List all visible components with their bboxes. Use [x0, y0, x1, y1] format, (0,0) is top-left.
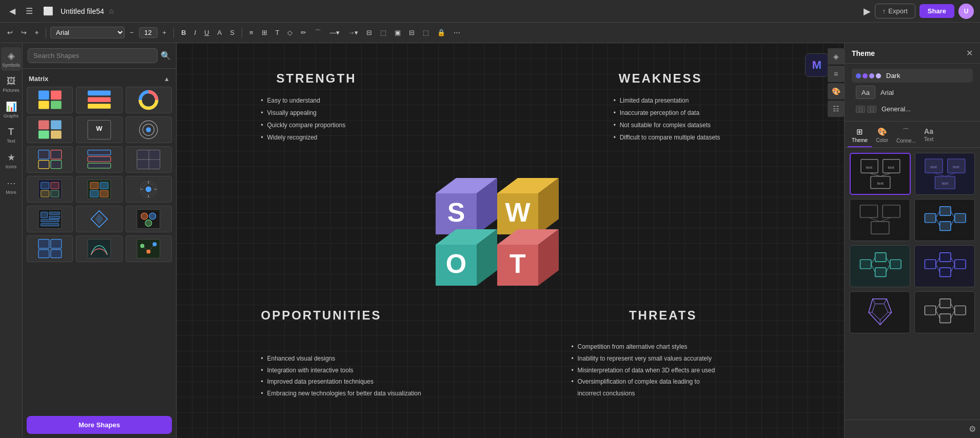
svg-line-105 [951, 218, 955, 226]
font-size-increase[interactable]: + [160, 27, 170, 38]
svg-point-60 [153, 242, 157, 246]
side-tab-2[interactable]: ≡ [828, 66, 844, 82]
shape-thumb-9[interactable] [126, 146, 172, 173]
svg-rect-55 [51, 250, 62, 258]
svg-rect-0 [38, 91, 49, 100]
save-button[interactable]: ⬜ [40, 4, 56, 18]
text-button[interactable]: T [272, 27, 283, 38]
extra-button-1[interactable]: ⊟ [406, 27, 418, 38]
svg-rect-108 [875, 268, 886, 276]
svg-rect-11 [51, 131, 62, 139]
lock-button[interactable]: 🔒 [434, 27, 448, 38]
avatar[interactable]: U [958, 4, 974, 19]
canvas-area[interactable]: M STRENGTH WEAKNESS OPPORTUNITIES THREAT… [177, 43, 844, 438]
line-style-button[interactable]: —▾ [326, 27, 343, 38]
theme-option-dark[interactable]: Dark [852, 69, 973, 83]
shape-thumb-1[interactable] [27, 87, 73, 113]
frame-button[interactable]: ⬚ [377, 27, 389, 38]
matrix-section-header[interactable]: Matrix ▲ [27, 73, 172, 87]
font-family-select[interactable]: Arial Helvetica Times New Roman [50, 27, 125, 38]
diagram-thumb-2[interactable]: text text text [915, 153, 975, 195]
shape-thumb-11[interactable] [76, 176, 122, 203]
shape-thumb-18[interactable] [126, 235, 172, 262]
sidebar-item-text[interactable]: T Text [1, 124, 22, 147]
side-tab-4[interactable]: ☷ [828, 101, 844, 117]
shape-thumb-13[interactable] [27, 206, 73, 232]
swot-shapes-center[interactable]: S W [395, 147, 579, 334]
pen-button[interactable]: ✏ [298, 27, 309, 38]
side-tab-3[interactable]: 🎨 [828, 83, 844, 99]
shape-thumb-10[interactable] [27, 176, 73, 203]
tab-color[interactable]: 🎨 Color [872, 125, 892, 147]
back-button[interactable]: ◀ [6, 4, 18, 18]
shape-button[interactable]: ◇ [284, 27, 296, 38]
arrow-style-button[interactable]: →▾ [345, 27, 361, 38]
shape-thumb-7[interactable] [27, 146, 73, 173]
play-button[interactable]: ▶ [864, 6, 871, 17]
panel-close-button[interactable]: ✕ [966, 48, 973, 58]
export-button[interactable]: ↑ Export [875, 4, 915, 18]
tab-connector[interactable]: ⌒ Conne... [892, 125, 920, 147]
extra-button-2[interactable]: ⬚ [420, 27, 432, 38]
share-button[interactable]: Share [919, 4, 954, 18]
diagram-thumb-1[interactable]: text text text [850, 153, 911, 195]
shape-thumb-4[interactable] [27, 116, 73, 143]
dark-dots [856, 73, 881, 78]
undo-button[interactable]: ↩ [4, 27, 16, 38]
connector-button[interactable]: ⌒ [311, 26, 324, 39]
theme-option-general[interactable]: ⬚ ⬚ General... [852, 102, 973, 116]
tab-theme[interactable]: ⊞ Theme [848, 125, 872, 147]
star-icon[interactable]: ☆ [108, 7, 115, 15]
shape-thumb-2[interactable] [76, 87, 122, 113]
shape-thumb-12[interactable] [126, 176, 172, 203]
shape-thumb-17[interactable] [76, 235, 122, 262]
sidebar-item-symbols[interactable]: ◈ Symbols [1, 47, 22, 71]
text-label: Text [7, 138, 15, 144]
font-size-input[interactable]: 12 [139, 27, 158, 38]
toolbar-separator-2 [173, 28, 174, 38]
more-options-button[interactable]: ⋯ [450, 27, 463, 38]
table-button[interactable]: ⊟ [363, 27, 375, 38]
sidebar-item-icons[interactable]: ★ Icons [1, 149, 22, 172]
italic-button[interactable]: I [191, 27, 200, 38]
export-label: Export [888, 7, 908, 15]
diagram-thumb-8[interactable] [914, 291, 975, 333]
container-button[interactable]: ▣ [391, 27, 404, 38]
top-bar-left: ◀ ☰ ⬜ Untitled file54 ☆ [6, 4, 115, 18]
panel-header: Theme ✕ [845, 43, 980, 64]
diagram-thumb-4[interactable] [914, 199, 975, 241]
shape-thumb-3[interactable] [126, 87, 172, 113]
shape-thumb-6[interactable] [126, 116, 172, 143]
font-color-button[interactable]: A [214, 27, 225, 38]
diagram-thumb-6[interactable] [914, 245, 975, 287]
sidebar-item-pictures[interactable]: 🖼 Pictures [1, 73, 22, 96]
theme-options-section: Dark Aa Arial ⬚ ⬚ General... [845, 64, 980, 122]
side-tab-1[interactable]: ◈ [828, 48, 844, 65]
shape-thumb-5[interactable]: W [76, 116, 122, 143]
shape-thumb-8[interactable] [76, 146, 122, 173]
sidebar-item-graphs[interactable]: 📊 Graphs [1, 98, 22, 122]
tab-text[interactable]: Aa Text [920, 125, 937, 147]
theme-option-arial[interactable]: Aa Arial [852, 83, 973, 102]
pointer-button[interactable]: ⌖ [32, 27, 42, 39]
svg-line-121 [951, 264, 955, 272]
align-button[interactable]: ≡ [246, 27, 257, 38]
bold-button[interactable]: B [178, 27, 189, 38]
search-icon[interactable]: 🔍 [161, 51, 171, 61]
shape-thumb-15[interactable] [126, 206, 172, 232]
redo-button[interactable]: ↪ [18, 27, 30, 38]
shape-thumb-16[interactable] [27, 235, 73, 262]
shape-thumb-14[interactable] [76, 206, 122, 232]
menu-button[interactable]: ☰ [23, 4, 36, 18]
sidebar-item-more[interactable]: ⋯ More [1, 174, 22, 198]
strikethrough-button[interactable]: S [227, 27, 238, 38]
panel-settings-button[interactable]: ⚙ [969, 424, 976, 434]
diagram-thumb-7[interactable] [850, 291, 910, 333]
underline-button[interactable]: U [201, 27, 212, 38]
layout-button[interactable]: ⊞ [259, 27, 270, 38]
diagram-thumb-5[interactable] [850, 245, 910, 287]
search-input[interactable] [28, 48, 158, 63]
diagram-thumb-3[interactable] [850, 199, 910, 241]
more-shapes-button[interactable]: More Shapes [27, 416, 172, 434]
font-size-decrease[interactable]: − [127, 27, 137, 38]
